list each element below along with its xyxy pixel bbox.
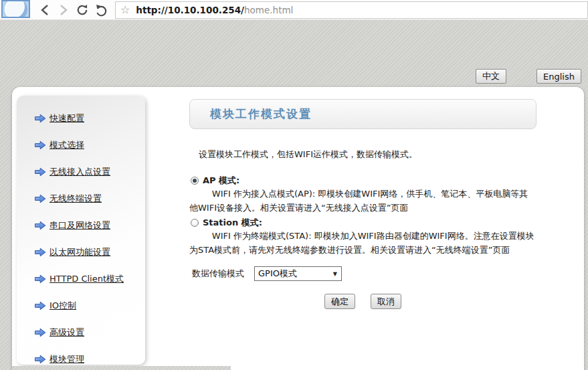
mode-option: AP 模式: WIFI 作为接入点模式(AP): 即模块创建WIFI网络，供手机… [189,175,536,215]
sidebar-link[interactable]: 模块管理 [50,353,84,365]
select-value: GPIO模式 [258,268,297,280]
browser-toolbar: ☆ http://10.10.100.254/ home.html [0,0,588,20]
mode-option: Station 模式: WIFI 作为终端模式(STA): 即模块加入WIFI路… [189,217,536,257]
sidebar-link[interactable]: 无线接入点设置 [50,166,110,178]
arrow-right-icon [34,274,46,284]
browser-tab[interactable] [1,0,30,18]
transmission-mode-row: 数据传输模式 GPIO模式 ▼ [192,266,536,281]
sidebar-item[interactable]: 快速配置 [17,105,145,132]
refresh-icon [76,3,89,17]
form-buttons: 确定 取消 [189,294,536,309]
sidebar-item[interactable]: 无线终端设置 [17,185,145,212]
refresh-button[interactable] [74,1,91,19]
arrow-right-icon [34,194,46,203]
ok-button[interactable]: 确定 [324,294,355,309]
sidebar-link[interactable]: IO控制 [50,300,76,312]
lang-chinese-button[interactable]: 中文 [476,69,506,84]
sidebar-item[interactable]: 串口及网络设置 [17,212,145,239]
arrow-right-icon [34,355,46,364]
sidebar-item[interactable]: 高级设置 [17,319,145,346]
sidebar-link[interactable]: 快速配置 [50,112,84,124]
back-button[interactable] [36,1,54,19]
mode-radio[interactable] [191,177,199,185]
forward-icon [59,4,68,16]
sidebar-link[interactable]: HTTPD Client模式 [50,273,124,285]
arrow-right-icon [34,301,46,310]
mode-description: WIFI 作为终端模式(STA): 即模块加入WIFI路由器创建的WIFI网络。… [189,229,536,257]
transmission-mode-label: 数据传输模式 [192,268,244,280]
background-strip [12,366,231,370]
mode-label: AP 模式: [203,175,239,187]
sidebar-item[interactable]: 以太网功能设置 [17,239,145,266]
content-panel: 快速配置 模式选择 无线接入点设置 [12,87,584,370]
sidebar-item[interactable]: IO控制 [17,292,145,319]
arrow-right-icon [34,167,46,177]
sidebar-item[interactable]: 无线接入点设置 [17,159,145,185]
bookmark-star-icon[interactable]: ☆ [120,5,130,15]
mode-options: AP 模式: WIFI 作为接入点模式(AP): 即模块创建WIFI网络，供手机… [189,175,536,257]
sidebar-link[interactable]: 串口及网络设置 [50,219,110,232]
page-title: 模块工作模式设置 [190,106,312,122]
sidebar-link[interactable]: 高级设置 [50,327,84,339]
main-content: 模块工作模式设置 设置模块工作模式，包括WIFI运作模式，数据传输模式。 AP … [189,99,536,309]
arrow-right-icon [34,114,46,123]
undo-icon [95,3,108,17]
screen: ☆ http://10.10.100.254/ home.html 中文 Eng… [0,0,588,370]
undo-button[interactable] [93,1,110,19]
sidebar-item[interactable]: 模式选择 [17,132,145,159]
browser-logo-icon [5,0,27,18]
address-bar[interactable]: ☆ http://10.10.100.254/ home.html [115,1,588,19]
cancel-button[interactable]: 取消 [371,294,401,309]
transmission-mode-select[interactable]: GPIO模式 ▼ [254,266,342,281]
url-host-text: http://10.10.100.254/ [136,5,244,15]
lang-english-button[interactable]: English [536,69,581,84]
sidebar-link[interactable]: 无线终端设置 [50,193,102,205]
page-background: 中文 English 快速配置 [0,20,588,370]
mode-radio[interactable] [191,219,199,227]
sidebar-link[interactable]: 模式选择 [50,139,84,151]
back-icon [40,4,50,16]
sidebar-nav: 快速配置 模式选择 无线接入点设置 [17,96,145,365]
sidebar-item[interactable]: HTTPD Client模式 [17,266,145,292]
sidebar-link[interactable]: 以太网功能设置 [50,246,110,258]
arrow-right-icon [34,221,46,230]
arrow-right-icon [34,141,46,150]
mode-label: Station 模式: [203,217,262,229]
mode-description: WIFI 作为接入点模式(AP): 即模块创建WIFI网络，供手机、笔记本、平板… [189,187,536,215]
dropdown-caret-icon: ▼ [333,271,337,277]
page-title-box: 模块工作模式设置 [189,99,536,129]
arrow-right-icon [34,328,46,337]
intro-text: 设置模块工作模式，包括WIFI运作模式，数据传输模式。 [199,149,536,161]
forward-button[interactable] [55,1,72,19]
arrow-right-icon [34,248,46,257]
url-page-text: home.html [244,5,293,15]
